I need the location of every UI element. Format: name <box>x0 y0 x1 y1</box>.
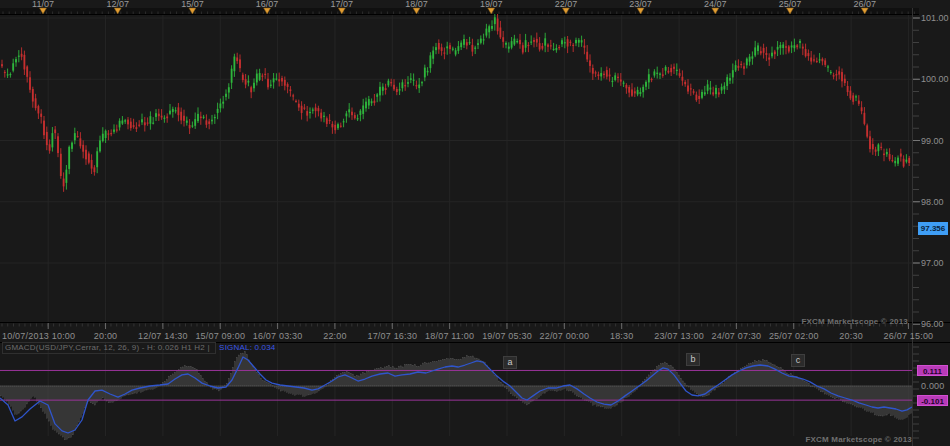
time-axis-label: 23/07 13:00 <box>654 331 704 341</box>
time-axis-label: 26/07 15:00 <box>884 331 934 341</box>
price-axis-label: 96.00 <box>921 319 944 329</box>
price-axis-label: 101.00 <box>921 13 949 23</box>
time-axis-label: 20:00 <box>94 331 118 341</box>
indicator-signal-value: SIGNAL: 0.034 <box>219 343 275 352</box>
annotation-label[interactable]: c <box>791 354 805 367</box>
date-label: 22/07 <box>555 0 578 8</box>
current-price-tag: 97.356 <box>918 222 948 235</box>
indicator-hist-values: - H: 0.026 H1 H2 | <box>142 343 210 352</box>
price-axis-label: 98.00 <box>921 197 944 207</box>
time-axis-label: 24/07 07:30 <box>712 331 762 341</box>
macd-upper-level-tag: 0.111 <box>917 365 948 376</box>
macd-zero-label: 0.000 <box>921 381 945 391</box>
time-axis-label: 16/07 03:30 <box>253 331 303 341</box>
time-axis-label: 15/07 09:00 <box>195 331 245 341</box>
time-axis-label: 20:30 <box>839 331 863 341</box>
time-axis-label: 10/07/2013 10:00 <box>2 331 75 341</box>
date-label: 18/07 <box>405 0 428 8</box>
time-axis-label: 22/07 00:00 <box>539 331 589 341</box>
date-label: 25/07 <box>779 0 802 8</box>
time-axis-label: 22:00 <box>323 331 347 341</box>
date-label: 17/07 <box>331 0 354 8</box>
date-label: 24/07 <box>704 0 727 8</box>
indicator-header[interactable]: GMACD(USD/JPY,Cerrar, 12, 26, 9) - H: 0.… <box>2 343 276 352</box>
price-axis-label: 97.00 <box>921 258 944 268</box>
time-axis-label: 18/07 11:00 <box>425 331 474 341</box>
date-label: 12/07 <box>106 0 129 8</box>
watermark-main: FXCM Marketscope © 2013 <box>801 317 908 326</box>
time-axis-label: 18:30 <box>610 331 634 341</box>
time-axis-label: 12/07 14:30 <box>138 331 188 341</box>
date-label: 23/07 <box>629 0 652 8</box>
price-axis-label: 99.00 <box>921 136 944 146</box>
date-label: 15/07 <box>181 0 204 8</box>
macd-lower-level-tag: -0.101 <box>917 395 948 406</box>
date-label: 16/07 <box>256 0 279 8</box>
time-axis-label: 25/07 02:00 <box>769 331 819 341</box>
annotation-label[interactable]: b <box>686 353 700 366</box>
date-label: 11/07 <box>32 0 54 8</box>
time-axis-label: 19/07 05:30 <box>482 331 532 341</box>
date-label: 19/07 <box>480 0 503 8</box>
marketscope-chart-window: 11/0712/0715/0716/0717/0718/0719/0722/07… <box>0 0 950 446</box>
price-axis-label: 100.00 <box>921 74 949 84</box>
time-axis-label: 17/07 16:30 <box>367 331 417 341</box>
chart-canvas[interactable] <box>0 0 950 446</box>
annotation-label[interactable]: a <box>503 356 517 369</box>
date-label: 26/07 <box>853 0 876 8</box>
indicator-name: GMACD(USD/JPY,Cerrar, 12, 26, 9) <box>5 343 139 352</box>
watermark-macd: FXCM Marketscope © 2013 <box>805 435 912 444</box>
